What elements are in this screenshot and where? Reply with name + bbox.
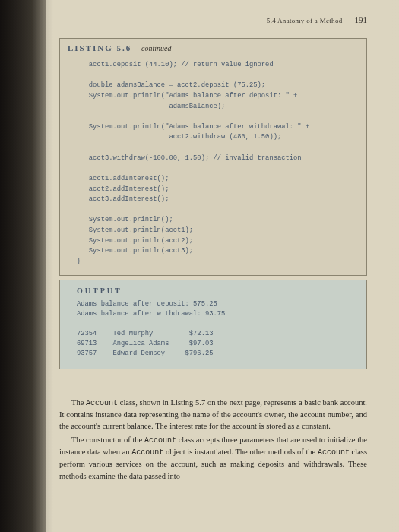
page: 5.4 Anatomy of a Method 191 LISTING 5.6 … (46, 0, 391, 532)
listing-number: LISTING 5.6 (68, 43, 131, 52)
listing-continued: continued (141, 44, 171, 52)
text-run: The constructor of the (71, 435, 144, 444)
body-text: The Account class, shown in Listing 5.7 … (59, 397, 367, 483)
code-inline: Account (318, 448, 350, 457)
output-text: Adams balance after deposit: 575.25 Adam… (77, 299, 356, 359)
listing-box: LISTING 5.6 continued acct1.deposit (44.… (59, 38, 367, 276)
page-number: 191 (355, 15, 368, 24)
section-label: 5.4 Anatomy of a Method (267, 17, 343, 24)
listing-header: LISTING 5.6 continued (60, 39, 366, 57)
output-label: OUTPUT (77, 287, 356, 295)
output-box: OUTPUT Adams balance after deposit: 575.… (59, 280, 367, 369)
code-inline: Account (86, 399, 118, 407)
text-run: The (71, 398, 86, 407)
code-inline: Account (131, 448, 163, 457)
text-run: object is instantiated. The other method… (163, 448, 318, 456)
paragraph-2: The constructor of the Account class acc… (59, 434, 367, 483)
page-header: 5.4 Anatomy of a Method 191 (59, 15, 367, 24)
paragraph-1: The Account class, shown in Listing 5.7 … (59, 397, 367, 433)
code-inline: Account (144, 436, 176, 445)
code-block: acct1.deposit (44.10); // return value i… (60, 57, 366, 275)
